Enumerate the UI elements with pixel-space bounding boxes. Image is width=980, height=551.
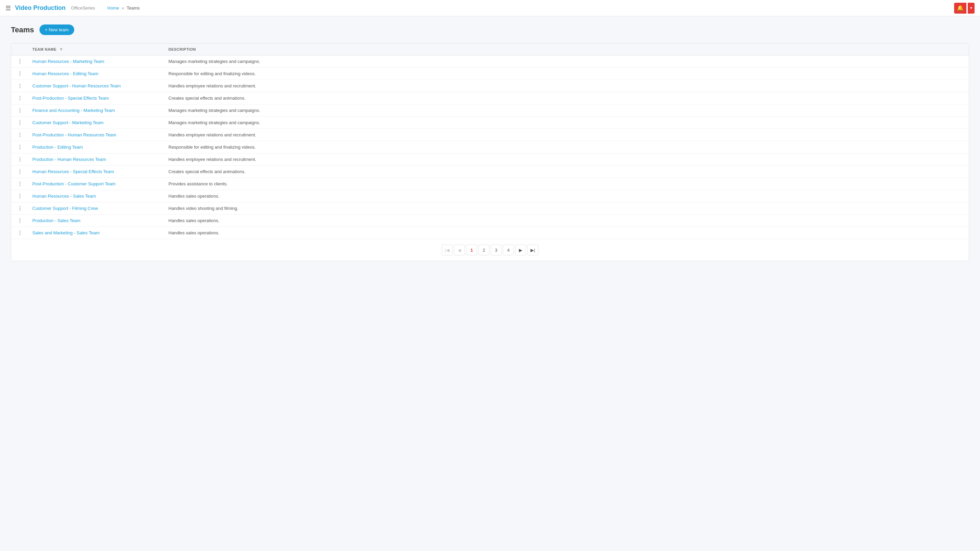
row-description: Handles employee relations and recruitme… (164, 129, 969, 141)
row-action-cell (11, 202, 28, 214)
pagination-prev-button[interactable]: ◀ (454, 245, 465, 256)
team-name-link[interactable]: Post-Production - Special Effects Team (32, 95, 109, 101)
row-action-cell (11, 68, 28, 80)
table-row: Post-Production - Special Effects TeamCr… (11, 92, 969, 105)
row-description: Handles sales operations. (164, 190, 969, 202)
row-action-cell (11, 117, 28, 129)
row-team-name: Post-Production - Customer Support Team (28, 178, 164, 190)
table-row: Customer Support - Marketing TeamManages… (11, 117, 969, 129)
pagination-page-1-button[interactable]: 1 (466, 245, 477, 256)
row-action-menu-icon[interactable] (15, 157, 24, 162)
row-team-name: Customer Support - Filming Crew (28, 202, 164, 214)
row-action-cell (11, 129, 28, 141)
row-team-name: Production - Human Resources Team (28, 153, 164, 166)
row-action-menu-icon[interactable] (15, 169, 24, 174)
row-action-menu-icon[interactable] (15, 71, 24, 76)
row-team-name: Human Resources - Marketing Team (28, 56, 164, 68)
team-name-link[interactable]: Finance and Accounting - Marketing Team (32, 108, 115, 113)
table-row: Sales and Marketing - Sales TeamHandles … (11, 227, 969, 239)
row-team-name: Production - Editing Team (28, 141, 164, 153)
table-row: Customer Support - Human Resources TeamH… (11, 80, 969, 92)
table-row: Finance and Accounting - Marketing TeamM… (11, 105, 969, 117)
row-description: Creates special effects and animations. (164, 92, 969, 105)
table-row: Production - Human Resources TeamHandles… (11, 153, 969, 166)
top-navigation: ☰ Video Production OfficeSeries Home » T… (0, 0, 980, 16)
row-description: Manages marketing strategies and campaig… (164, 117, 969, 129)
team-name-link[interactable]: Human Resources - Special Effects Team (32, 169, 114, 174)
row-action-menu-icon[interactable] (15, 121, 24, 125)
table-body: Human Resources - Marketing TeamManages … (11, 56, 969, 239)
row-team-name: Human Resources - Sales Team (28, 190, 164, 202)
row-action-menu-icon[interactable] (15, 133, 24, 137)
team-name-link[interactable]: Production - Human Resources Team (32, 157, 106, 162)
pagination-last-button[interactable]: ▶| (527, 245, 538, 256)
row-description: Responsible for editing and finalizing v… (164, 68, 969, 80)
notification-dropdown-button[interactable]: ▼ (968, 3, 975, 14)
row-action-cell (11, 80, 28, 92)
team-name-link[interactable]: Human Resources - Editing Team (32, 71, 98, 76)
pagination-page-2-button[interactable]: 2 (479, 245, 489, 256)
row-action-cell (11, 178, 28, 190)
team-name-link[interactable]: Production - Sales Team (32, 218, 80, 223)
table-row: Production - Sales TeamHandles sales ope… (11, 214, 969, 227)
team-name-link[interactable]: Customer Support - Marketing Team (32, 120, 103, 125)
row-action-menu-icon[interactable] (15, 218, 24, 223)
row-action-cell (11, 190, 28, 202)
col-name-header: TEAM NAME ▼ (28, 43, 164, 56)
row-action-menu-icon[interactable] (15, 182, 24, 186)
pagination-page-3-button[interactable]: 3 (491, 245, 501, 256)
new-team-button[interactable]: + New team (40, 24, 74, 35)
row-action-cell (11, 214, 28, 227)
row-action-cell (11, 141, 28, 153)
row-action-menu-icon[interactable] (15, 230, 24, 235)
team-name-link[interactable]: Sales and Marketing - Sales Team (32, 230, 100, 235)
topnav-right: 🔔 ▼ (954, 3, 975, 14)
team-name-link[interactable]: Customer Support - Filming Crew (32, 206, 98, 211)
breadcrumb: Home » Teams (107, 5, 140, 11)
row-description: Handles employee relations and recruitme… (164, 153, 969, 166)
table-row: Human Resources - Editing TeamResponsibl… (11, 68, 969, 80)
breadcrumb-home[interactable]: Home (107, 5, 119, 11)
row-action-menu-icon[interactable] (15, 108, 24, 113)
row-team-name: Customer Support - Marketing Team (28, 117, 164, 129)
pagination-next-button[interactable]: ▶ (515, 245, 526, 256)
row-action-menu-icon[interactable] (15, 206, 24, 211)
row-team-name: Human Resources - Editing Team (28, 68, 164, 80)
row-team-name: Finance and Accounting - Marketing Team (28, 105, 164, 117)
team-name-link[interactable]: Human Resources - Sales Team (32, 194, 96, 198)
row-description: Manages marketing strategies and campaig… (164, 56, 969, 68)
team-name-link[interactable]: Human Resources - Marketing Team (32, 59, 104, 64)
team-name-link[interactable]: Post-Production - Human Resources Team (32, 132, 116, 137)
row-action-menu-icon[interactable] (15, 84, 24, 88)
table-header-row: TEAM NAME ▼ DESCRIPTION (11, 43, 969, 56)
row-action-menu-icon[interactable] (15, 194, 24, 198)
team-name-link[interactable]: Customer Support - Human Resources Team (32, 83, 121, 89)
row-description: Handles sales operations. (164, 214, 969, 227)
breadcrumb-separator: » (122, 5, 124, 11)
row-action-cell (11, 227, 28, 239)
table-row: Human Resources - Sales TeamHandles sale… (11, 190, 969, 202)
row-team-name: Post-Production - Human Resources Team (28, 129, 164, 141)
table-row: Human Resources - Special Effects TeamCr… (11, 166, 969, 178)
row-action-cell (11, 92, 28, 105)
teams-table-container: TEAM NAME ▼ DESCRIPTION Human Resources … (11, 43, 969, 261)
row-action-menu-icon[interactable] (15, 59, 24, 64)
app-series: OfficeSeries (71, 5, 95, 11)
row-action-menu-icon[interactable] (15, 145, 24, 149)
col-desc-header: DESCRIPTION (164, 43, 969, 56)
row-description: Handles sales operations. (164, 227, 969, 239)
team-name-link[interactable]: Post-Production - Customer Support Team (32, 181, 116, 186)
bell-icon: 🔔 (957, 5, 964, 11)
row-team-name: Customer Support - Human Resources Team (28, 80, 164, 92)
filter-icon[interactable]: ▼ (59, 47, 63, 52)
breadcrumb-current: Teams (127, 5, 140, 11)
notification-button[interactable]: 🔔 (954, 3, 966, 14)
row-action-cell (11, 166, 28, 178)
pagination: |◀ ◀ 1 2 3 4 ▶ ▶| (11, 239, 969, 261)
row-action-menu-icon[interactable] (15, 96, 24, 100)
row-team-name: Post-Production - Special Effects Team (28, 92, 164, 105)
pagination-page-4-button[interactable]: 4 (503, 245, 514, 256)
pagination-first-button[interactable]: |◀ (442, 245, 453, 256)
menu-icon[interactable]: ☰ (5, 5, 11, 12)
team-name-link[interactable]: Production - Editing Team (32, 144, 83, 150)
